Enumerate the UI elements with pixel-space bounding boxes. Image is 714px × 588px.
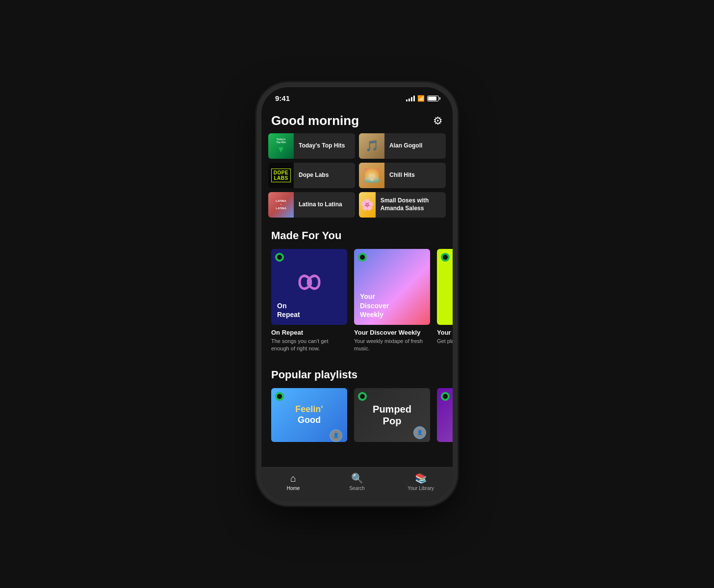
status-icons: 📶	[406, 95, 439, 102]
nav-search[interactable]: 🔍 Search	[342, 472, 372, 491]
card-on-repeat-thumb: OnRepeat	[271, 249, 347, 325]
battery-fill	[428, 97, 436, 100]
spotify-dot-music	[441, 253, 450, 262]
signal-bars-icon	[406, 96, 415, 101]
card-on-repeat[interactable]: OnRepeat On Repeat The songs you can't g…	[271, 249, 347, 353]
thumb-dope: DOPELABS	[268, 163, 294, 188]
infinity-icon	[290, 270, 329, 299]
popular-playlists-cards[interactable]: Feelin'Good 👤 Pu	[261, 388, 453, 452]
thumb-pumped-pop: PumpedPop 👤	[354, 388, 430, 442]
card-discover-title: Your Discover Weekly	[354, 329, 430, 336]
nav-search-label: Search	[349, 486, 365, 491]
quick-access-grid: Today's Top Hits ▼ Today's Top Hits 🎵 Al…	[261, 133, 453, 225]
discover-card-label: YourDiscoverWeekly	[360, 292, 389, 319]
library-icon: 📚	[415, 472, 427, 484]
nav-library[interactable]: 📚 Your Library	[406, 472, 435, 491]
page-title: Good morning	[271, 113, 359, 128]
quick-item-todays-top-hits[interactable]: Today's Top Hits ▼ Today's Top Hits	[268, 133, 355, 159]
nav-home-label: Home	[287, 486, 300, 491]
quick-label-latina: Latina to Latina	[294, 201, 347, 209]
arrow-down-icon: ▼	[277, 145, 285, 155]
thumb-todays: Today's Top Hits ▼	[268, 133, 294, 159]
quick-item-latina-to-latina[interactable]: LATINA•LATINA Latina to Latina	[268, 192, 355, 218]
wifi-icon: 📶	[417, 95, 425, 102]
quick-item-small-doses[interactable]: 🌸 Small Doses with Amanda Saless	[359, 192, 446, 218]
nav-home[interactable]: ⌂ Home	[279, 473, 308, 491]
quick-label-dope: Dope Labs	[294, 172, 333, 179]
quick-label-small-doses: Small Doses with Amanda Saless	[376, 197, 446, 212]
notch	[325, 87, 389, 102]
spotify-dot-on-repeat	[275, 253, 284, 262]
card-pumped-pop[interactable]: PumpedPop 👤	[354, 388, 430, 442]
card-on-repeat-title: On Repeat	[271, 329, 347, 336]
feelin-good-text: Feelin'Good	[295, 404, 323, 425]
quick-label-todays: Today's Top Hits	[294, 142, 350, 150]
card-discover-weekly[interactable]: YourDiscoverWeekly Your Discover Weekly …	[354, 249, 430, 353]
thumb-feelin-good: Feelin'Good 👤	[271, 388, 347, 442]
thumb-small-doses: 🌸	[359, 192, 376, 218]
card-discover-thumb: YourDiscoverWeekly	[354, 249, 430, 325]
thumb-alan: 🎵	[359, 133, 384, 159]
card-music-title: Your	[437, 329, 453, 336]
pumped-pop-text: PumpedPop	[373, 403, 411, 427]
thumb-third	[437, 388, 453, 442]
home-icon: ⌂	[290, 473, 296, 484]
card-on-repeat-desc: The songs you can't get enough of right …	[271, 338, 347, 353]
mini-avatar-1: 👤	[330, 429, 342, 442]
card-music-desc: Get play	[437, 338, 453, 345]
spotify-dot-pumped	[358, 392, 367, 401]
bottom-nav: ⌂ Home 🔍 Search 📚 Your Library	[261, 467, 453, 501]
status-time: 9:41	[275, 94, 290, 102]
thumb-chill: 🌅	[359, 163, 384, 188]
card-feelin-good[interactable]: Feelin'Good 👤	[271, 388, 347, 442]
battery-icon	[427, 96, 439, 101]
phone-frame: 9:41 📶 Good morning ⚙	[261, 87, 453, 501]
mini-avatar-pumped: 👤	[413, 426, 426, 439]
quick-item-dope-labs[interactable]: DOPELABS Dope Labs	[268, 163, 355, 188]
quick-label-alan: Alan Gogoll	[384, 142, 427, 150]
card-music-thumb: D MUANNE	[437, 249, 453, 325]
made-for-you-title: Made For You	[261, 225, 453, 249]
settings-icon[interactable]: ⚙	[433, 115, 443, 127]
nav-library-label: Your Library	[408, 486, 434, 491]
scroll-content[interactable]: Good morning ⚙ Today's Top Hits ▼ Today'…	[261, 105, 453, 467]
thumb-latina: LATINA•LATINA	[268, 192, 294, 218]
quick-label-chill: Chill Hits	[384, 172, 420, 179]
popular-playlists-title: Popular playlists	[261, 365, 453, 388]
search-icon: 🔍	[351, 472, 363, 484]
on-repeat-card-label: OnRepeat	[277, 301, 300, 319]
card-music-new[interactable]: D MUANNE Your Get play	[437, 249, 453, 353]
page-header: Good morning ⚙	[261, 105, 453, 133]
phone-screen: 9:41 📶 Good morning ⚙	[261, 87, 453, 501]
card-third-playlist[interactable]	[437, 388, 453, 442]
made-for-you-cards[interactable]: OnRepeat On Repeat The songs you can't g…	[261, 249, 453, 357]
spotify-dot-discover	[358, 253, 367, 262]
quick-item-chill-hits[interactable]: 🌅 Chill Hits	[359, 163, 446, 188]
quick-item-alan-gogoll[interactable]: 🎵 Alan Gogoll	[359, 133, 446, 159]
spotify-dot-third	[441, 392, 450, 401]
spotify-dot-feelin	[275, 392, 284, 401]
card-discover-desc: Your weekly mixtape of fresh music.	[354, 338, 430, 353]
